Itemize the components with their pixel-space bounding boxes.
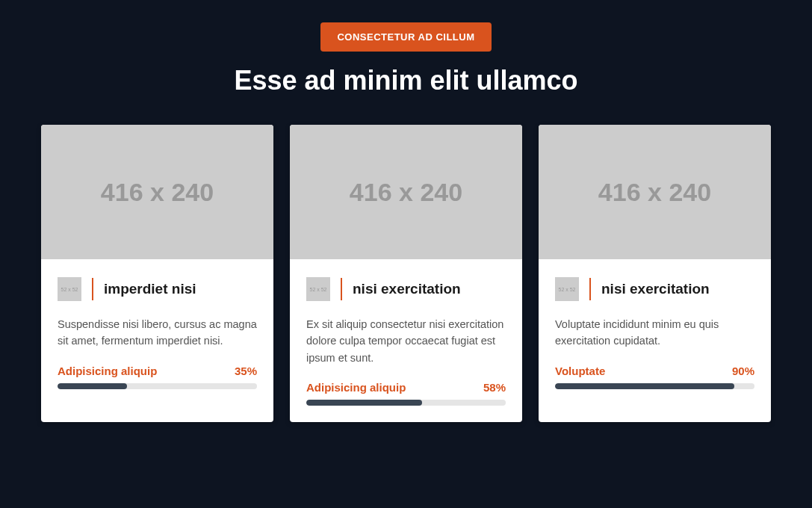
- card-icon-placeholder: 52 x 52: [555, 277, 579, 301]
- card-text: Suspendisse nisi libero, cursus ac magna…: [58, 316, 257, 350]
- card-body: 52 x 52 nisi exercitation Voluptate inci…: [539, 259, 771, 406]
- card-1[interactable]: 416 x 240 52 x 52 imperdiet nisi Suspend…: [41, 125, 273, 422]
- progress-fill: [555, 383, 734, 389]
- progress-fill: [306, 400, 422, 406]
- header-badge: CONSECTETUR AD CILLUM: [320, 22, 491, 52]
- card-image-placeholder: 416 x 240: [539, 125, 771, 259]
- card-image-placeholder: 416 x 240: [41, 125, 273, 259]
- progress-label: Adipisicing aliquip: [58, 365, 157, 377]
- card-text: Voluptate incididunt minim eu quis exerc…: [555, 316, 754, 350]
- card-divider: [92, 278, 93, 300]
- header: CONSECTETUR AD CILLUM Esse ad minim elit…: [41, 22, 771, 96]
- progress-percent: 58%: [483, 381, 506, 394]
- card-body: 52 x 52 imperdiet nisi Suspendisse nisi …: [41, 259, 273, 406]
- progress-label: Adipisicing aliquip: [306, 381, 406, 394]
- progress-row: Adipisicing aliquip 35%: [58, 365, 257, 377]
- card-image-placeholder: 416 x 240: [290, 125, 522, 259]
- card-2[interactable]: 416 x 240 52 x 52 nisi exercitation Ex s…: [290, 125, 522, 422]
- progress-row: Adipisicing aliquip 58%: [306, 381, 506, 394]
- card-title: imperdiet nisi: [104, 281, 196, 297]
- cards-row: 416 x 240 52 x 52 imperdiet nisi Suspend…: [41, 125, 771, 422]
- card-head: 52 x 52 nisi exercitation: [306, 277, 506, 301]
- card-icon-placeholder: 52 x 52: [58, 277, 81, 301]
- main-container: CONSECTETUR AD CILLUM Esse ad minim elit…: [0, 0, 812, 422]
- card-head: 52 x 52 imperdiet nisi: [58, 277, 257, 301]
- page-title: Esse ad minim elit ullamco: [41, 65, 771, 96]
- progress-percent: 35%: [235, 365, 257, 377]
- card-body: 52 x 52 nisi exercitation Ex sit aliquip…: [290, 259, 522, 422]
- progress-bar: [58, 383, 257, 389]
- card-text: Ex sit aliquip consectetur nisi exercita…: [306, 316, 506, 366]
- progress-label: Voluptate: [555, 365, 605, 377]
- card-title: nisi exercitation: [601, 281, 710, 297]
- card-head: 52 x 52 nisi exercitation: [555, 277, 754, 301]
- progress-bar: [306, 400, 506, 406]
- card-divider: [589, 278, 591, 300]
- progress-percent: 90%: [732, 365, 754, 377]
- progress-row: Voluptate 90%: [555, 365, 754, 377]
- card-title: nisi exercitation: [353, 281, 461, 297]
- card-divider: [341, 278, 342, 300]
- card-icon-placeholder: 52 x 52: [306, 277, 330, 301]
- progress-fill: [58, 383, 127, 389]
- card-3[interactable]: 416 x 240 52 x 52 nisi exercitation Volu…: [539, 125, 771, 422]
- progress-bar: [555, 383, 754, 389]
